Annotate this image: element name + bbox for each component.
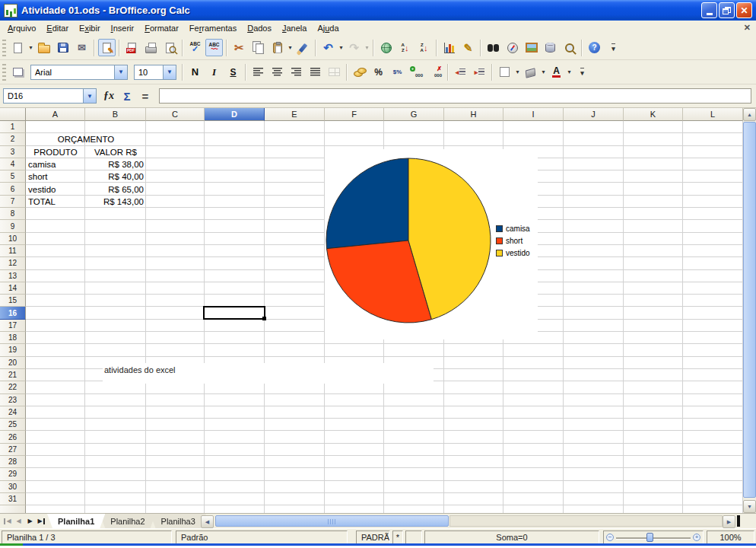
cell-B31[interactable] <box>85 493 146 505</box>
column-header-A[interactable]: A <box>26 108 85 121</box>
cell-D11[interactable] <box>205 245 265 257</box>
cell-C15[interactable] <box>146 295 205 307</box>
open-button[interactable] <box>35 39 52 56</box>
cell-J6[interactable] <box>564 183 624 195</box>
zoom-button[interactable] <box>561 39 578 56</box>
row-header-25[interactable]: 25 <box>0 419 26 431</box>
cell-L1[interactable] <box>683 121 743 133</box>
cell-I2[interactable] <box>503 133 564 145</box>
cell-K27[interactable] <box>624 444 683 456</box>
cell-E10[interactable] <box>265 233 325 245</box>
cell-A22[interactable] <box>26 381 85 393</box>
select-all-corner[interactable] <box>0 108 26 121</box>
cell-J20[interactable] <box>564 357 624 369</box>
cell-C16[interactable] <box>146 307 205 319</box>
cell-J21[interactable] <box>564 369 624 381</box>
cell-I1[interactable] <box>503 121 564 133</box>
function-wizard-button[interactable]: ƒx <box>100 88 117 104</box>
cell-G24[interactable] <box>384 406 444 419</box>
cell-G19[interactable] <box>384 344 444 356</box>
cell-L32[interactable] <box>683 505 743 513</box>
cell-F30[interactable] <box>325 481 384 493</box>
cell-K32[interactable] <box>624 505 683 513</box>
cell-A8[interactable] <box>26 208 85 220</box>
cell-G1[interactable] <box>384 121 444 133</box>
font-color-dropdown[interactable]: ▾ <box>566 68 573 75</box>
cell-C26[interactable] <box>146 431 205 443</box>
cell-H32[interactable] <box>444 505 503 513</box>
cell-D26[interactable] <box>205 431 265 443</box>
paste-button[interactable] <box>268 39 286 56</box>
horizontal-scroll-track[interactable] <box>449 515 723 527</box>
row-header-32[interactable] <box>0 505 26 513</box>
cell-H29[interactable] <box>444 468 503 480</box>
row-header-21[interactable]: 21 <box>0 369 26 381</box>
menu-ajuda[interactable]: Ajuda <box>312 22 344 34</box>
cell-D12[interactable] <box>205 257 265 269</box>
background-color-button[interactable] <box>522 63 539 81</box>
cell-K4[interactable] <box>624 158 683 170</box>
name-box[interactable]: D16 ▼ <box>3 88 97 104</box>
cell-I21[interactable] <box>503 369 564 381</box>
page-preview-button[interactable] <box>161 39 179 56</box>
selection-mode-field[interactable]: PADRÃO <box>356 530 390 544</box>
navigator-button[interactable] <box>503 39 521 56</box>
cell-F19[interactable] <box>325 344 384 356</box>
cell-A18[interactable] <box>26 332 85 344</box>
menu-ferramentas[interactable]: Ferramentas <box>184 22 242 34</box>
export-pdf-button[interactable]: PDF <box>123 39 141 56</box>
cell-F29[interactable] <box>325 468 384 480</box>
increase-indent-button[interactable]: ▸ <box>471 63 488 81</box>
cell-L14[interactable] <box>683 282 743 295</box>
cell-D2[interactable] <box>205 133 265 145</box>
cell-A14[interactable] <box>26 282 85 295</box>
cell-K20[interactable] <box>624 357 683 369</box>
percent-format-button[interactable]: % <box>370 63 387 81</box>
copy-button[interactable] <box>249 39 267 56</box>
help-button[interactable]: ? <box>586 39 603 56</box>
cell-H2[interactable] <box>444 133 503 145</box>
cell-K6[interactable] <box>624 183 683 195</box>
cell-J1[interactable] <box>564 121 624 133</box>
cell-D28[interactable] <box>205 456 265 468</box>
data-sources-button[interactable] <box>542 39 559 56</box>
save-button[interactable] <box>54 39 71 56</box>
cell-J28[interactable] <box>564 456 624 468</box>
align-right-button[interactable] <box>287 63 305 81</box>
cell-B15[interactable] <box>85 295 146 307</box>
zoom-track[interactable] <box>616 537 691 539</box>
cell-A30[interactable] <box>26 481 85 493</box>
cell-K8[interactable] <box>624 208 683 220</box>
cell-L17[interactable] <box>683 320 743 332</box>
cell-H26[interactable] <box>444 431 503 443</box>
cell-B18[interactable] <box>85 332 146 344</box>
cell-C17[interactable] <box>146 320 205 332</box>
cell-B26[interactable] <box>85 431 146 443</box>
styles-and-formatting-button[interactable] <box>9 63 27 81</box>
row-header-28[interactable]: 28 <box>0 456 26 468</box>
cell-B16[interactable] <box>85 307 146 319</box>
font-size-combo[interactable]: 10 ▼ <box>134 65 176 80</box>
fill-handle[interactable] <box>262 317 266 320</box>
cell-D17[interactable] <box>205 320 265 332</box>
underline-button[interactable]: S <box>224 63 242 81</box>
row-header-29[interactable]: 29 <box>0 468 26 480</box>
zoom-in-icon[interactable]: + <box>693 534 700 541</box>
cell-L28[interactable] <box>683 456 743 468</box>
decrease-indent-button[interactable]: ◂ <box>452 63 469 81</box>
menu-exibir[interactable]: Exibir <box>74 22 106 34</box>
row-header-27[interactable]: 27 <box>0 444 26 456</box>
title-bar[interactable]: Atividade 01.ods - BrOffice.org Calc ✕ <box>0 0 756 21</box>
cell-D13[interactable] <box>205 270 265 282</box>
cell-K31[interactable] <box>624 493 683 505</box>
sort-descending-button[interactable]: ZA↓ <box>415 39 433 56</box>
paste-dropdown[interactable]: ▾ <box>287 44 294 51</box>
cell-L9[interactable] <box>683 220 743 232</box>
hyperlink-button[interactable] <box>377 39 395 56</box>
column-header-I[interactable]: I <box>503 108 564 121</box>
cell-C9[interactable] <box>146 220 205 232</box>
cell-E27[interactable] <box>265 444 325 456</box>
zoom-knob[interactable] <box>646 533 653 542</box>
cell-C13[interactable] <box>146 270 205 282</box>
input-line[interactable] <box>159 88 751 104</box>
